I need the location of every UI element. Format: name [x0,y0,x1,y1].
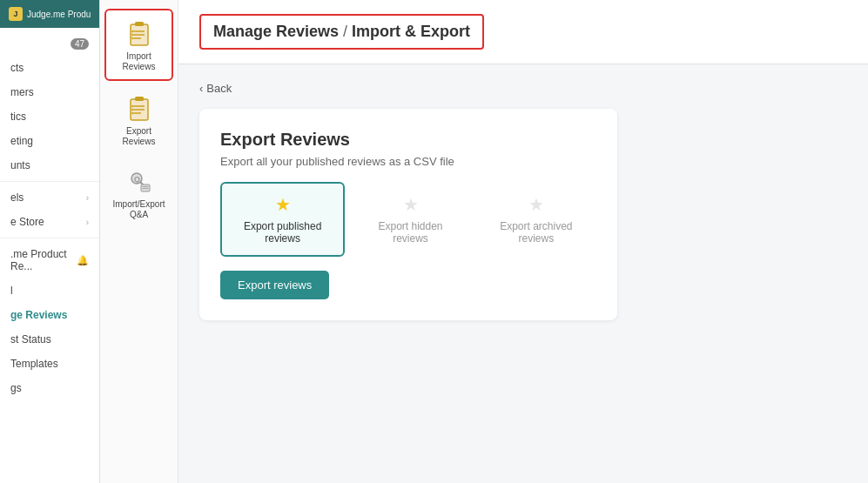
breadcrumb-parent: Manage Reviews [213,23,339,40]
svg-rect-1 [135,22,144,26]
bell-icon: 🔔 [77,255,89,266]
export-icon [124,92,155,124]
breadcrumb-current: Import & Export [352,23,470,40]
icon-nav-export[interactable]: Export Reviews [104,85,173,154]
sidebar-item-judgeme[interactable]: .me Product Re... 🔔 [0,242,99,278]
svg-point-7 [131,37,133,39]
sidebar-item-templates[interactable]: Templates [0,352,99,376]
export-hidden-label: Export hidden reviews [367,220,453,245]
sidebar-item-analytics[interactable]: tics [0,104,99,129]
import-label: Import Reviews [111,51,167,72]
app-title: Judge.me Product Reviews [27,10,91,19]
sidebar-item-accounts[interactable]: unts [0,153,99,178]
icon-nav-panel: Import Reviews Export Reviews Q [100,0,178,483]
sidebar-item-store[interactable]: e Store › [0,210,99,234]
sidebar-item-l[interactable]: l [0,278,99,303]
sidebar-item-channels[interactable]: els › [0,185,99,210]
qa-icon: Q [124,165,155,197]
sidebar-item-marketing[interactable]: eting [0,129,99,153]
export-reviews-button[interactable]: Export reviews [220,271,329,299]
export-label: Export Reviews [109,126,169,147]
svg-point-5 [131,30,133,32]
export-subtitle: Export all your published reviews as a C… [220,155,596,168]
back-button[interactable]: ‹ Back [199,82,847,95]
sidebar-item-request-status[interactable]: st Status [0,327,99,352]
sidebar-nav: 47 cts mers tics eting unts els › e Stor… [0,28,99,483]
star-yellow-icon: ★ [275,194,291,215]
sidebar-item-manage-reviews[interactable]: ge Reviews [0,303,99,327]
sidebar-header: J Judge.me Product Reviews [0,0,99,28]
sidebar-item-customers[interactable]: mers [0,80,99,104]
badge-count: 47 [71,38,89,50]
icon-nav-qa[interactable]: Q Import/Export Q&A [104,158,173,227]
export-card: Export Reviews Export all your published… [199,109,617,320]
svg-point-6 [131,34,133,36]
export-title: Export Reviews [220,130,596,150]
back-chevron-icon: ‹ [199,82,203,95]
export-option-published[interactable]: ★ Export published reviews [220,182,345,257]
svg-point-13 [131,105,133,107]
export-published-label: Export published reviews [234,220,331,245]
export-archived-label: Export archived reviews [490,220,582,245]
svg-point-15 [131,112,133,114]
page-header: Manage Reviews / Import & Export [178,0,868,64]
export-option-archived[interactable]: ★ Export archived reviews [476,182,596,257]
svg-rect-9 [135,97,144,101]
star-gray-icon-archived: ★ [528,194,544,215]
star-gray-icon-hidden: ★ [403,194,419,215]
sidebar-item-0[interactable]: 47 [0,32,99,56]
export-option-hidden[interactable]: ★ Export hidden reviews [353,182,467,257]
back-label: Back [206,82,232,95]
export-options: ★ Export published reviews ★ Export hidd… [220,182,596,257]
svg-text:Q: Q [134,175,140,184]
icon-nav-import[interactable]: Import Reviews [104,9,173,81]
page-body: ‹ Back Export Reviews Export all your pu… [178,64,868,483]
qa-label: Import/Export Q&A [109,199,169,220]
sidebar-divider-1 [0,181,99,182]
breadcrumb-separator: / [339,23,352,40]
svg-point-14 [131,109,133,111]
app-logo: J [9,7,23,21]
sidebar: J Judge.me Product Reviews 47 cts mers t… [0,0,100,483]
chevron-icon-2: › [86,218,89,227]
chevron-icon: › [86,193,89,203]
svg-rect-19 [141,184,150,191]
import-icon [124,17,155,49]
sidebar-divider-2 [0,238,99,238]
sidebar-item-products[interactable]: cts [0,56,99,80]
breadcrumb: Manage Reviews / Import & Export [199,14,484,50]
sidebar-item-settings[interactable]: gs [0,376,99,400]
main-content: Manage Reviews / Import & Export ‹ Back … [178,0,868,483]
